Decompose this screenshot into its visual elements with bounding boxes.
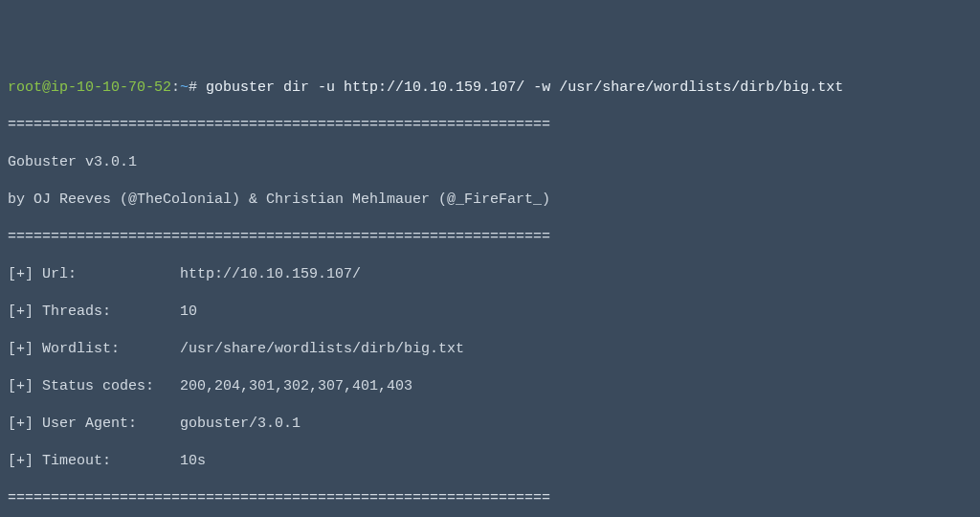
command-text: gobuster dir -u http://10.10.159.107/ -w… [206, 79, 843, 96]
divider-line: ========================================… [8, 489, 972, 508]
config-threads: [+] Threads:10 [8, 303, 972, 322]
config-timeout: [+] Timeout:10s [8, 452, 972, 471]
config-key: [+] Timeout: [8, 452, 180, 471]
config-value: gobuster/3.0.1 [180, 416, 301, 432]
config-status-codes: [+] Status codes:200,204,301,302,307,401… [8, 377, 972, 396]
config-value: http://10.10.159.107/ [180, 266, 361, 282]
config-key: [+] Wordlist: [8, 340, 180, 359]
banner-byline: by OJ Reeves (@TheColonial) & Christian … [8, 191, 972, 210]
config-value: 200,204,301,302,307,401,403 [180, 378, 412, 394]
config-key: [+] Status codes: [8, 377, 180, 396]
prompt-path: ~ [180, 79, 189, 96]
prompt-user-host: root@ip-10-10-70-52 [8, 79, 171, 96]
prompt-hash: # [189, 79, 206, 96]
prompt-colon: : [171, 79, 180, 96]
config-user-agent: [+] User Agent:gobuster/3.0.1 [8, 415, 972, 434]
divider-line: ========================================… [8, 228, 972, 247]
config-key: [+] Url: [8, 265, 180, 284]
config-value: 10 [180, 303, 197, 320]
prompt-line[interactable]: root@ip-10-10-70-52:~# gobuster dir -u h… [8, 79, 972, 98]
divider-line: ========================================… [8, 116, 972, 135]
config-value: /usr/share/wordlists/dirb/big.txt [180, 341, 464, 357]
config-value: 10s [180, 453, 206, 469]
banner-name: Gobuster v3.0.1 [8, 153, 972, 172]
config-url: [+] Url:http://10.10.159.107/ [8, 265, 972, 284]
config-key: [+] Threads: [8, 303, 180, 322]
config-key: [+] User Agent: [8, 415, 180, 434]
config-wordlist: [+] Wordlist:/usr/share/wordlists/dirb/b… [8, 340, 972, 359]
